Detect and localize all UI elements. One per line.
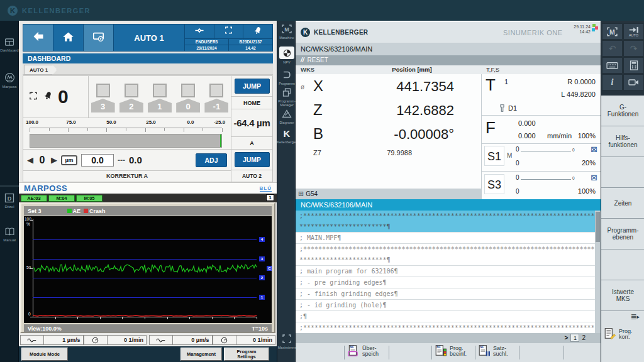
jump-button[interactable]: JUMP — [235, 79, 270, 94]
editor-line[interactable]: ; - pre grinding edges¶ — [296, 277, 595, 288]
counter-cell: 0 — [23, 76, 89, 118]
softkey-empty[interactable] — [601, 157, 644, 188]
sensor-badge[interactable]: M:04 — [48, 195, 75, 202]
sidebar-item-manual[interactable]: Manual — [0, 227, 19, 242]
machine-area-button[interactable]: M — [602, 23, 623, 40]
program-path-bar: NC/WKS/632106/MAIN — [296, 43, 601, 55]
softkey-prog-korr[interactable]: Prog. korr. — [604, 325, 644, 344]
back-button[interactable] — [23, 25, 53, 51]
tfs-header: T,F,S — [486, 66, 499, 73]
redo-button[interactable]: ↷ — [623, 40, 644, 57]
pager-page-1[interactable]: 1 — [570, 334, 579, 342]
jump2-button[interactable]: JUMP — [235, 152, 270, 167]
legend-crash-swatch — [84, 209, 88, 213]
offset-field[interactable]: 0.0 — [81, 154, 114, 167]
module-mode-button[interactable]: Module Mode — [21, 348, 68, 361]
editor-line[interactable]: ;***************************************… — [296, 322, 595, 333]
softkey-programmebenen[interactable]: Programm- ebenen — [601, 219, 644, 250]
sidebar-label: Dashboard — [0, 48, 18, 52]
sidebar-item-marposs[interactable]: Marposs — [0, 72, 19, 89]
editor-line[interactable]: ; MAIN.MPF¶ — [296, 233, 595, 244]
gauge-panel: 0 3 2 1 0 -1 100.0 75.0 50.0 25.0 0.0 — [23, 75, 273, 182]
sidebar-item-ditzel[interactable]: D Ditzel — [0, 193, 19, 209]
cycle-button[interactable] — [214, 25, 243, 38]
settings-button[interactable] — [84, 25, 114, 51]
sidebar-label: Programm — [279, 82, 295, 85]
sidebar-item-diagnose[interactable]: Diagnose — [277, 109, 296, 124]
sensor-badge[interactable]: AE:03 — [21, 195, 47, 202]
undo-button[interactable]: ↶ — [602, 40, 623, 57]
keyboard-button[interactable] — [602, 57, 623, 74]
breadcrumb-tab[interactable]: AUTO 1 — [24, 65, 57, 75]
pager-page-2[interactable]: 2 — [582, 334, 586, 341]
dashboard-icon — [4, 38, 14, 47]
scrollbar-thumb[interactable] — [596, 212, 600, 242]
bottom-scroll-strip: > 1 2 — [296, 333, 601, 343]
editor-scrollbar[interactable] — [595, 211, 601, 333]
program-settings-button[interactable]: Program Settings — [224, 348, 269, 361]
program-editor[interactable]: ;***************************************… — [296, 211, 595, 333]
editor-line[interactable]: ;***************************************… — [296, 244, 595, 266]
softkey-empty[interactable] — [601, 250, 644, 280]
info-button[interactable]: i — [602, 74, 623, 90]
feed-override: 100% — [578, 132, 596, 140]
axis-row-b: B -0.00008° — [296, 124, 481, 148]
part-gauge-button[interactable] — [185, 25, 214, 38]
wks-header: WKS — [301, 66, 314, 73]
reset-icon: // — [301, 57, 304, 63]
softkey-zeiten[interactable]: Zeiten — [601, 188, 644, 219]
adj-button[interactable]: ADJ — [196, 153, 227, 167]
channel2-label: AUTO 2 — [231, 170, 272, 182]
sidebar-item-maschine[interactable]: M Maschine — [277, 24, 296, 40]
editor-line[interactable]: ; - id grinding (hole)¶ — [296, 300, 595, 311]
screenshot-button[interactable] — [623, 74, 644, 90]
softkey-istwerte-mks[interactable]: Istwerte MKS — [601, 280, 644, 311]
sidebar-item-npv[interactable]: NPV — [277, 47, 296, 64]
time-label: 14.42 — [228, 45, 272, 51]
editor-line[interactable]: ;***************************************… — [296, 211, 595, 233]
softkey-prog-beeinflussung[interactable]: NC Prog. beeinf. — [435, 344, 467, 358]
rate-value: 1 µm/s — [43, 335, 84, 345]
feed-unit: mm/min — [547, 132, 572, 140]
management-button[interactable]: Management — [180, 348, 222, 361]
sidebar-item-dashboard[interactable]: Dashboard — [0, 38, 19, 52]
sidebar-item-maximieren[interactable]: Maximieren — [277, 334, 296, 349]
step-up-button[interactable]: ▶ — [51, 156, 57, 165]
editor-line[interactable]: ; - finish grinding edges¶ — [296, 288, 595, 300]
softkey-g-funktionen[interactable]: G- Funktionen — [601, 96, 644, 126]
spindle-slider — [521, 151, 571, 151]
softkey-ueberspeichern[interactable]: NC Über- speich — [347, 344, 379, 358]
gauge-bar-edge — [220, 134, 221, 147]
marker-flag-icon — [96, 84, 110, 97]
calculator-button[interactable] — [623, 57, 644, 74]
sidebar-item-kellenberger[interactable]: K Kellenberger — [277, 129, 296, 144]
editor-line[interactable]: ;¶ — [296, 311, 595, 322]
sinumerik-panel: K KELLENBERGER SINUMERIK ONE 29.11.2414:… — [296, 21, 601, 362]
home-label: HOME — [231, 97, 272, 109]
softkey-menu-extend[interactable]: ≣▸ — [601, 311, 644, 322]
step-down-button[interactable]: ◀ — [27, 156, 33, 165]
scale-tick-label: 75.0 — [66, 119, 76, 125]
spindle-max: 0 — [572, 176, 575, 180]
auto-mode-button[interactable]: AUTO — [623, 23, 644, 40]
total-value: 0.0 — [129, 155, 142, 165]
pager-next[interactable]: > — [565, 334, 569, 341]
sidebar-item-programm[interactable]: Programm — [277, 70, 296, 85]
legend-ae: AE — [67, 208, 81, 214]
nc-block-search-icon: NC — [478, 344, 491, 358]
tool-number: 1 — [504, 78, 508, 85]
marker-flag-icon — [153, 84, 167, 97]
softkey-satzsuchlauf[interactable]: NC Satz- suchl. — [478, 344, 508, 358]
home-button[interactable] — [53, 25, 84, 51]
unit-button[interactable]: µm — [61, 155, 77, 165]
alarm-button[interactable] — [243, 25, 272, 38]
marposs-icon — [4, 72, 15, 84]
softkey-hilfsfunktionen[interactable]: Hilfs- funktionen — [601, 126, 644, 157]
dashes-label: --- — [118, 156, 125, 165]
sidebar-item-programm-manager[interactable]: Programm- Manager — [277, 87, 296, 107]
sensor-badge[interactable]: M:05 — [76, 195, 103, 202]
editor-line[interactable]: ; main program for 632106¶ — [296, 266, 595, 277]
rpm-icon — [213, 335, 236, 345]
gcode-label: G54 — [306, 190, 318, 197]
axis-name: Z — [313, 101, 323, 119]
